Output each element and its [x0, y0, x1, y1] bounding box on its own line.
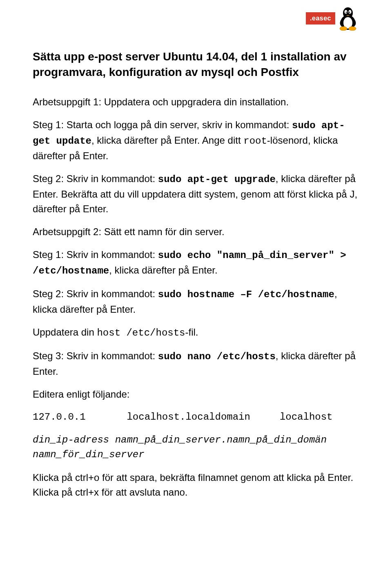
command-text: sudo nano /etc/hosts [158, 351, 276, 362]
step-1-2: Steg 2: Skriv in kommandot: sudo apt-get… [33, 171, 359, 216]
task-1-heading: Arbetsuppgift 1: Uppdatera och uppgrader… [33, 95, 359, 109]
text: Steg 2: Skriv in kommandot: [33, 173, 158, 184]
header-logo-area: .easec [306, 4, 359, 32]
svg-point-5 [346, 11, 347, 13]
text: Steg 1: Starta och logga på din server, … [33, 119, 292, 130]
command-text: sudo apt-get upgrade [158, 174, 276, 185]
step-2-3: Steg 3: Skriv in kommandot: sudo nano /e… [33, 349, 359, 379]
text: , klicka därefter på Enter. [109, 265, 217, 276]
svg-point-6 [349, 11, 350, 13]
svg-point-7 [340, 27, 347, 31]
text: Uppdatera din [33, 327, 97, 338]
edit-heading: Editera enligt följande: [33, 387, 359, 402]
hosts-path: host /etc/hosts [97, 327, 185, 338]
text: -fil. [185, 327, 198, 338]
hosts-file-line-2: din_ip-adress namn_på_din_server.namn_på… [33, 433, 359, 462]
text: , klicka därefter på Enter. Ange ditt [91, 135, 243, 146]
brand-badge: .easec [306, 12, 335, 24]
hosts-file-line-1: 127.0.0.1 localhost.localdomain localhos… [33, 410, 359, 425]
document-page: Sätta upp e-post server Ubuntu 14.04, de… [0, 0, 392, 524]
svg-point-8 [349, 27, 356, 31]
task-2-heading: Arbetsuppgift 2: Sätt ett namn för din s… [33, 225, 359, 239]
root-text: root [243, 136, 267, 147]
step-2-1: Steg 1: Skriv in kommandot: sudo echo "n… [33, 247, 359, 278]
text: Steg 2: Skriv in kommandot: [33, 288, 158, 299]
command-text: sudo hostname –F /etc/hostname [158, 289, 334, 300]
text: Steg 3: Skriv in kommandot: [33, 350, 158, 361]
step-2-2: Steg 2: Skriv in kommandot: sudo hostnam… [33, 287, 359, 317]
tux-penguin-icon [337, 4, 359, 32]
save-instructions: Klicka på ctrl+o för att spara, bekräfta… [33, 470, 359, 500]
update-hosts-heading: Uppdatera din host /etc/hosts-fil. [33, 325, 359, 340]
svg-point-1 [343, 7, 353, 19]
step-1-1: Steg 1: Starta och logga på din server, … [33, 118, 359, 163]
text: Steg 1: Skriv in kommandot: [33, 249, 158, 260]
